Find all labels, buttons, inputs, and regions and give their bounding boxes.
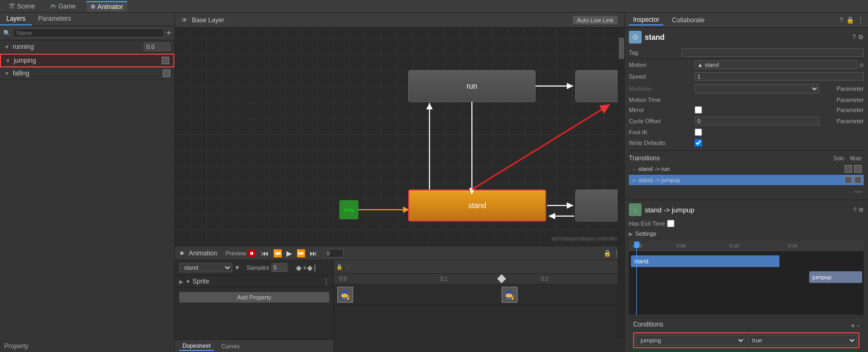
tab-game[interactable]: 🎮 Game [46, 2, 80, 11]
write-defaults-label: Write Defaults [629, 140, 692, 146]
trans-question-icon: ? [853, 207, 856, 213]
add-param-button[interactable]: + [166, 28, 171, 38]
samples-label: Samples [247, 264, 269, 271]
mirror-checkbox[interactable] [695, 106, 702, 114]
add-key-icon[interactable]: +◆ [303, 263, 313, 272]
multiplier-select[interactable] [695, 84, 819, 93]
next-frame-button[interactable]: ⏩ [295, 249, 306, 257]
trans1-mute-box[interactable] [854, 176, 862, 184]
anim-right: 🔒 ⋮ 0:0 0:1 0:2 0:3 0:4 [334, 260, 624, 352]
samples-input[interactable] [271, 263, 287, 272]
parameters-tab[interactable]: Parameters [32, 13, 77, 25]
cycle-offset-label: Cycle Offset [629, 118, 692, 124]
to-end-button[interactable]: ⏭ [309, 249, 318, 257]
trans-gear-icon[interactable]: ⚙ [858, 207, 864, 213]
layers-tab[interactable]: Layers [0, 13, 32, 25]
jumping-toggle[interactable] [162, 57, 169, 64]
motion-time-row: Motion Time Parameter [629, 95, 864, 105]
inspector-header-actions: ? 🔒 ⋮ [839, 16, 864, 24]
mini-bar-jumpup: jumpup [809, 271, 862, 283]
sprite-icon: ✦ [186, 278, 190, 285]
remove-condition-icon[interactable]: - [857, 321, 860, 330]
timeline-playhead-diamond[interactable] [497, 274, 506, 284]
state-node-stand[interactable]: stand [408, 190, 546, 221]
preview-label: Preview [225, 250, 246, 256]
keyframe-controls: ◆ +◆ | [296, 263, 316, 272]
foot-ik-checkbox[interactable] [695, 128, 702, 136]
trans0-solo-box[interactable] [845, 165, 852, 173]
dopesheet-tab[interactable]: Dopesheet [179, 341, 214, 351]
question-mark-icon: ? [852, 33, 856, 41]
record-button[interactable]: ⏺ [248, 249, 256, 257]
tab-animator-label: Animator [98, 3, 123, 11]
collaborate-tab[interactable]: Collaborate [668, 15, 708, 25]
mini-bars: stand jumpup [629, 251, 864, 315]
param-item-running[interactable]: ▼ running [0, 40, 174, 54]
param-item-falling[interactable]: ▼ falling [0, 67, 174, 80]
prev-frame-button[interactable]: ⏪ [272, 249, 283, 257]
param-list: ▼ running ▼ jumping ▼ falling [0, 40, 174, 340]
track-row-0: 🧙 🧙 [334, 285, 624, 306]
curves-tab[interactable]: Curves [218, 342, 243, 350]
motion-row: Motion ▲ stand ⊙ [629, 59, 864, 71]
timeline-options-icon[interactable]: ⋮ [345, 264, 350, 270]
frame-input[interactable] [325, 249, 344, 257]
game-icon: 🎮 [50, 3, 56, 9]
remove-transition-area: — [629, 186, 864, 196]
condition-param-select[interactable]: jumping [636, 335, 746, 346]
running-arrow: ▼ [4, 44, 10, 50]
speed-row: Speed [629, 71, 864, 82]
sprite-settings-icon[interactable]: ⋮ [323, 278, 329, 285]
anim-left: stand ▼ Samples ◆ +◆ | [175, 260, 334, 352]
to-start-button[interactable]: ⏮ [260, 249, 270, 257]
param-name-jumping: jumping [14, 57, 159, 64]
clip-select[interactable]: stand [179, 263, 232, 272]
trans1-arrow-icon: → [631, 177, 636, 183]
remove-transition-button[interactable]: — [854, 187, 862, 195]
trans0-mute-box[interactable] [854, 165, 862, 173]
delete-key-icon[interactable]: | [314, 263, 316, 272]
tab-scene-label: Scene [17, 3, 35, 10]
play-button[interactable]: ▶ [285, 249, 293, 257]
condition-value-select[interactable]: true [748, 335, 857, 346]
auto-live-link-button[interactable]: Auto Live Link [573, 16, 618, 24]
state-node-fall[interactable]: fall [575, 190, 624, 221]
diamond-icon: ◆ [296, 263, 302, 272]
tab-animator[interactable]: ⚙ Animator [86, 1, 127, 12]
timeline-vscroll[interactable] [618, 260, 624, 339]
state-canvas[interactable]: Entry run jumpup stand fall [175, 28, 624, 246]
inspector-tab[interactable]: Inspector [629, 15, 663, 25]
state-node-jumpup[interactable]: jumpup [575, 70, 624, 102]
param-name-falling: falling [13, 70, 160, 77]
state-node-run[interactable]: run [408, 70, 536, 102]
transition-item-0[interactable]: → stand -> run [629, 164, 864, 175]
left-panel-tabs: Layers Parameters [0, 13, 174, 26]
cycle-offset-input[interactable] [695, 117, 819, 125]
ruler-mark-1: 0:1 [440, 276, 448, 282]
more-icon[interactable]: ⋮ [857, 16, 864, 24]
tag-input[interactable] [682, 48, 864, 57]
add-condition-icon[interactable]: + [851, 321, 855, 330]
timeline-lock-icon: 🔒 [336, 264, 343, 270]
settings-gear-icon[interactable]: ⚙ [858, 33, 864, 41]
sprite-row[interactable]: ▶ ✦ Sprite ⋮ [175, 276, 334, 288]
trans1-solo-box[interactable] [845, 176, 852, 184]
search-input[interactable] [13, 28, 164, 38]
lock-icon-inspector[interactable]: 🔒 [846, 16, 854, 24]
inspector-scroll: ⚙ stand ? ⚙ Tag Motion ▲ stand ⊙ [625, 28, 868, 352]
param-value-running[interactable] [144, 42, 170, 51]
settings-row[interactable]: ▶ Settings [629, 229, 864, 238]
mini-playhead[interactable] [634, 242, 639, 248]
has-exit-time-checkbox[interactable] [667, 220, 674, 227]
timeline-tracks: 🧙 🧙 [334, 285, 624, 352]
tab-scene[interactable]: 🎬 Scene [4, 2, 39, 11]
motion-value[interactable]: ▲ stand [695, 61, 857, 69]
mirror-label: Mirror [629, 107, 692, 113]
param-item-jumping[interactable]: ▼ jumping [0, 54, 174, 67]
transition-item-1[interactable]: → stand -> jumpup [629, 175, 864, 186]
speed-input[interactable] [695, 72, 864, 81]
write-defaults-checkbox[interactable] [695, 139, 702, 147]
add-property-button[interactable]: Add Property [179, 292, 329, 303]
falling-toggle[interactable] [163, 70, 170, 77]
mirror-parameter-label: Parameter [821, 107, 864, 113]
